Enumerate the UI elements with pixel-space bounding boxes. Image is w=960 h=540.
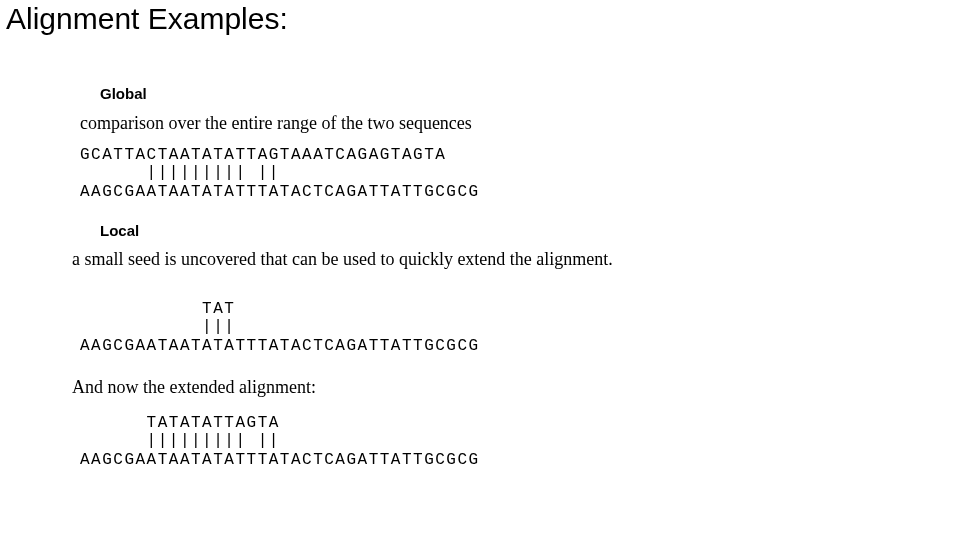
local-section-label: Local [100, 222, 139, 239]
extended-alignment-block: TATATATTAGTA ||||||||| ||AAGCGAATAATATAT… [80, 414, 480, 469]
extended-seq1: TATATATTAGTA [80, 414, 480, 432]
local-seq2: AAGCGAATAATATATTTATACTCAGATTATTGCGCG [80, 337, 480, 355]
global-seq1: GCATTACTAATATATTAGTAAATCAGAGTAGTA [80, 146, 480, 164]
extended-description: And now the extended alignment: [72, 376, 316, 399]
page-title: Alignment Examples: [6, 2, 288, 36]
global-alignment-block: GCATTACTAATATATTAGTAAATCAGAGTAGTA ||||||… [80, 146, 480, 201]
global-seq2: AAGCGAATAATATATTTATACTCAGATTATTGCGCG [80, 183, 480, 201]
extended-match-bars: ||||||||| || [80, 432, 480, 450]
global-section-label: Global [100, 85, 147, 102]
local-seq1: TAT [80, 300, 480, 318]
local-match-bars: ||| [80, 318, 480, 336]
local-alignment-block: TAT |||AAGCGAATAATATATTTATACTCAGATTATTGC… [80, 300, 480, 355]
global-match-bars: ||||||||| || [80, 164, 480, 182]
extended-seq2: AAGCGAATAATATATTTATACTCAGATTATTGCGCG [80, 451, 480, 469]
global-description: comparison over the entire range of the … [80, 112, 472, 135]
local-description: a small seed is uncovered that can be us… [72, 248, 712, 271]
